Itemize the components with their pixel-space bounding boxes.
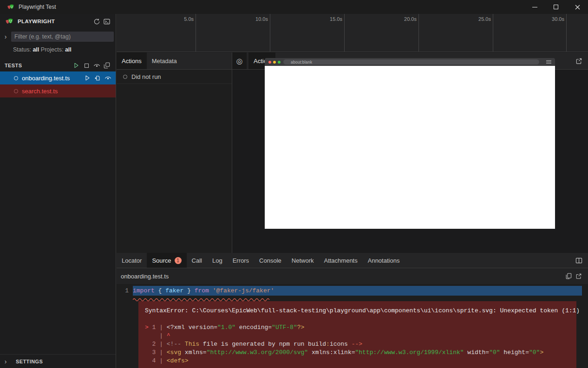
window-title: Playwright Test <box>19 4 56 10</box>
source-line-content: import { faker } from '@faker-js/faker' <box>133 286 582 296</box>
timeline-tick-label: 5.0s <box>184 16 194 22</box>
did-not-run-row: Did not run <box>117 70 232 84</box>
close-button[interactable] <box>567 0 588 14</box>
show-source-button[interactable] <box>92 73 103 83</box>
source-error-badge: 1 <box>175 257 182 264</box>
source-file-name: onboarding.test.ts <box>121 273 169 280</box>
play-icon <box>84 75 91 81</box>
minimize-button[interactable] <box>524 0 545 14</box>
error-frame-line: 3 | <svg xmlns="http://www.w3.org/2000/s… <box>145 349 570 357</box>
tests-section-header: TESTS <box>0 59 116 71</box>
tab-label: Actions <box>122 58 142 65</box>
settings-chevron-icon: › <box>0 358 11 365</box>
error-frame-line: 2 | <!-- This file is generated by npm r… <box>145 340 570 349</box>
filter-status-line[interactable]: Status: all Projects: all <box>0 43 116 53</box>
tab-label: Annotations <box>368 257 400 264</box>
tab-network[interactable]: Network <box>287 253 319 268</box>
source-file-header: onboarding.test.ts <box>117 268 588 284</box>
error-frame-line: > 1 | <?xml version="1.0" encoding="UTF-… <box>145 323 570 332</box>
tab-label: Errors <box>233 257 249 264</box>
settings-section-header[interactable]: › SETTINGS <box>0 354 116 368</box>
tab-console[interactable]: Console <box>254 253 287 268</box>
filter-row: › <box>0 31 116 43</box>
watch-test-button[interactable] <box>103 73 113 83</box>
actions-panel: Actions Metadata Did not run <box>117 52 232 253</box>
timeline-tick-label: 25.0s <box>478 16 491 22</box>
tab-label: Metadata <box>152 58 177 65</box>
eye-icon <box>93 62 100 69</box>
filter-input[interactable] <box>11 32 114 42</box>
error-frame-caret: | ^ <box>145 332 570 340</box>
playwright-trace-app: Playwright Test PLAYWRIGHT <box>0 0 588 368</box>
address-url: about:blank <box>291 60 312 65</box>
test-item-search[interactable]: search.test.ts <box>0 84 116 97</box>
sidebar-header: PLAYWRIGHT <box>0 14 116 29</box>
timeline-tick-label: 15.0s <box>330 16 342 22</box>
test-item-label: onboarding.test.ts <box>22 75 70 82</box>
refresh-icon <box>93 18 100 25</box>
tab-label: Locator <box>122 257 142 264</box>
tab-label: Network <box>292 257 314 264</box>
playwright-masks-icon <box>5 17 14 26</box>
timeline-gridline: 25.0s <box>493 14 493 52</box>
stop-icon <box>84 63 90 69</box>
copy-path-button[interactable] <box>563 271 574 281</box>
snapshot-panel: ◎ Action Before After <box>232 52 588 253</box>
blank-page <box>265 66 555 229</box>
tab-label: Source <box>152 257 171 264</box>
watch-all-button[interactable] <box>91 60 102 71</box>
browser-chrome: about:blank <box>265 58 555 66</box>
run-all-button[interactable] <box>71 60 81 71</box>
sidebar-title: PLAYWRIGHT <box>18 19 55 24</box>
open-snapshot-button[interactable] <box>574 56 584 66</box>
sidebar: PLAYWRIGHT › Status: all Projects: all <box>0 14 116 368</box>
main-area: 5.0s 10.0s 15.0s 20.0s 25.0s 30.0s Actio… <box>117 14 588 368</box>
tab-log[interactable]: Log <box>207 253 228 268</box>
tab-call[interactable]: Call <box>187 253 207 268</box>
maximize-button[interactable] <box>545 0 567 14</box>
browser-snapshot[interactable]: about:blank <box>265 58 555 229</box>
tab-label: Console <box>259 257 281 264</box>
actions-tabbar: Actions Metadata <box>117 52 232 70</box>
timeline-gridline: 30.0s <box>566 14 567 52</box>
tab-source[interactable]: Source 1 <box>147 253 186 268</box>
tab-attachments[interactable]: Attachments <box>319 253 362 268</box>
pick-locator-icon: ◎ <box>236 57 243 65</box>
status-label: Status: <box>13 46 31 53</box>
reload-tests-button[interactable] <box>91 16 102 26</box>
toggle-layout-button[interactable] <box>574 255 584 265</box>
timeline-gridline: 5.0s <box>196 14 196 52</box>
timeline-tick-label: 30.0s <box>552 16 564 22</box>
test-item-onboarding[interactable]: onboarding.test.ts <box>0 71 116 84</box>
copy-icon <box>565 273 572 279</box>
tab-actions[interactable]: Actions <box>117 52 147 69</box>
toggle-output-button[interactable] <box>102 16 112 26</box>
playwright-logo-icon <box>7 3 14 11</box>
collapse-all-button[interactable] <box>102 60 112 71</box>
external-link-icon <box>575 58 582 65</box>
window-titlebar: Playwright Test <box>0 0 588 14</box>
pick-locator-button[interactable]: ◎ <box>232 52 247 69</box>
eye-icon <box>105 75 111 82</box>
error-message: SyntaxError: C:\Courses\EpicWeb\full-sta… <box>145 307 570 315</box>
source-line-1: 1 import { faker } from '@faker-js/faker… <box>117 285 588 296</box>
traffic-light-icons <box>268 61 281 64</box>
timeline[interactable]: 5.0s 10.0s 15.0s 20.0s 25.0s 30.0s <box>117 14 588 52</box>
tab-locator[interactable]: Locator <box>117 253 147 268</box>
filter-chevron-icon[interactable]: › <box>0 33 11 40</box>
terminal-icon <box>103 18 111 25</box>
error-squiggle-underline <box>133 297 271 301</box>
settings-title: SETTINGS <box>16 359 43 364</box>
tab-label: Attachments <box>324 257 357 264</box>
source-code-view[interactable]: 1 import { faker } from '@faker-js/faker… <box>117 285 588 368</box>
tab-metadata[interactable]: Metadata <box>147 52 182 69</box>
play-icon <box>73 62 79 69</box>
stop-button[interactable] <box>81 60 91 71</box>
tab-annotations[interactable]: Annotations <box>363 253 405 268</box>
tab-errors[interactable]: Errors <box>228 253 254 268</box>
line-number: 1 <box>117 287 133 294</box>
error-frame-line: 4 | <defs> <box>145 357 570 365</box>
status-value: all <box>33 46 39 53</box>
open-in-editor-button[interactable] <box>574 271 584 281</box>
run-test-button[interactable] <box>82 73 92 83</box>
